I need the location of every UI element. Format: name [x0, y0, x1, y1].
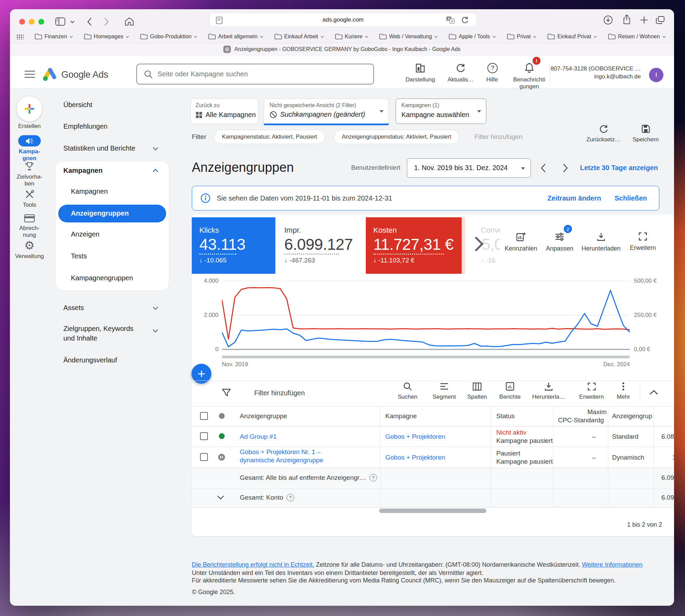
- help-icon[interactable]: ?: [287, 494, 294, 501]
- add-filter-link[interactable]: Filter hinzufügen: [474, 133, 522, 141]
- new-tab-icon[interactable]: [640, 16, 648, 24]
- create-button[interactable]: [17, 96, 42, 121]
- bookmark-folder-homepages[interactable]: Homepages: [84, 34, 129, 40]
- view-selector[interactable]: Nicht gespeicherte Ansicht (2 Filter) Su…: [264, 99, 389, 124]
- filter-chip-anzeigengruppenstatus[interactable]: Anzeigengruppenstatus: Aktiviert, Pausie…: [334, 130, 459, 144]
- search-box[interactable]: [136, 64, 374, 85]
- address-bar[interactable]: ads.google.com A: [209, 13, 477, 27]
- notifications-bell-icon[interactable]: [524, 62, 534, 73]
- column-header-anzeigengruppe[interactable]: Anzeigengruppe: [240, 412, 287, 420]
- avatar[interactable]: I: [649, 68, 663, 82]
- back-icon[interactable]: [87, 17, 92, 26]
- date-prev-icon[interactable]: [540, 163, 546, 173]
- collapse-chevron-icon[interactable]: [649, 390, 658, 395]
- zoom-window-button[interactable]: [38, 19, 44, 25]
- chevron-down-icon[interactable]: [152, 306, 159, 310]
- share-icon[interactable]: [623, 14, 631, 25]
- segment-button[interactable]: Segment: [427, 382, 461, 400]
- table-add-filter[interactable]: Filter hinzufügen: [254, 389, 305, 397]
- nav-sub-tests[interactable]: Tests: [71, 252, 87, 260]
- column-header-max-cpc[interactable]: Maxim: [553, 408, 607, 416]
- close-window-button[interactable]: [19, 19, 25, 25]
- sidebar-toggle-icon[interactable]: [55, 17, 65, 26]
- reader-icon[interactable]: [216, 16, 223, 24]
- reload-icon[interactable]: [461, 16, 469, 24]
- refresh-icon[interactable]: [456, 63, 465, 73]
- back-to-all-campaigns[interactable]: Zurück zu Alle Kampagnen: [190, 99, 258, 124]
- horizontal-scrollbar-thumb[interactable]: [379, 509, 486, 513]
- column-header-kampagne[interactable]: Kampagne: [385, 412, 417, 420]
- scorecard-impressionen[interactable]: Impr. 6.099.127 ↓ -467.263: [277, 217, 365, 274]
- appearance-button[interactable]: Darstellung: [400, 76, 441, 83]
- trophy-icon[interactable]: [24, 161, 35, 171]
- downloads-icon[interactable]: [603, 15, 613, 25]
- scorecard-klicks[interactable]: Klicks 43.113 ↓ -10.065: [192, 217, 275, 274]
- select-all-checkbox[interactable]: [200, 412, 208, 420]
- nav-uebersicht[interactable]: Übersicht: [63, 101, 92, 109]
- scorecard-scroll-next-icon[interactable]: [474, 236, 484, 252]
- bookmark-folder-web-verwaltung[interactable]: Web / Verwaltung: [379, 34, 438, 40]
- billing-card-icon[interactable]: [24, 214, 35, 223]
- bookmark-folder-einkauf-arbeit[interactable]: Einkauf Arbeit: [274, 34, 324, 40]
- bookmark-folder-apple-tools[interactable]: Apple / Tools: [449, 34, 496, 40]
- bookmark-grid-icon[interactable]: [16, 34, 24, 39]
- nav-sub-kampagnen[interactable]: Kampagnen: [71, 188, 108, 195]
- help-icon[interactable]: ?: [370, 474, 377, 482]
- herunterladen-button[interactable]: Herunterladen: [579, 232, 623, 252]
- main-menu-icon[interactable]: [24, 70, 35, 78]
- active-tab[interactable]: G Anzeigengruppen - GOBOSERVICE GERMANY …: [10, 43, 674, 55]
- tab-overview-icon[interactable]: [656, 16, 665, 24]
- filter-chip-kampagnenstatus[interactable]: Kampagnenstatus: Aktiviert, Pausiert: [214, 130, 325, 144]
- nav-zielgruppen[interactable]: Zielgruppen, Keywords: [63, 325, 134, 333]
- chart-x-scroll-strip[interactable]: [222, 356, 630, 358]
- more-info-link[interactable]: Weitere Informationen: [582, 561, 643, 568]
- nav-sub-anzeigen[interactable]: Anzeigen: [71, 230, 99, 238]
- minimize-window-button[interactable]: [29, 19, 35, 25]
- expand-summary-chevron-icon[interactable]: [217, 495, 224, 500]
- save-button[interactable]: Speichern: [627, 124, 664, 143]
- campaign-link[interactable]: Gobos + Projektoren: [385, 433, 445, 440]
- kennzahlen-button[interactable]: Kennzahlen: [499, 232, 543, 252]
- chevron-up-icon[interactable]: [152, 169, 159, 172]
- chevron-down-icon[interactable]: [152, 329, 159, 333]
- nav-statistiken[interactable]: Statistiken und Berichte: [63, 144, 135, 152]
- search-input[interactable]: [158, 70, 373, 78]
- help-icon[interactable]: ?: [487, 63, 498, 73]
- bookmark-folder-kuriere[interactable]: Kuriere: [335, 34, 369, 40]
- nav-aenderungsverlauf[interactable]: Änderungsverlauf: [63, 356, 117, 364]
- last-30-days-link[interactable]: Letzte 30 Tage anzeigen: [561, 164, 658, 172]
- more-button[interactable]: Mehr: [606, 382, 640, 400]
- gear-icon[interactable]: ⚙: [10, 239, 49, 252]
- row-checkbox[interactable]: [200, 432, 208, 440]
- bookmark-folder-einkauf-privat[interactable]: Einkauf Privat: [547, 34, 597, 40]
- bookmark-folder-gobo-produktion[interactable]: Gobo-Produktion: [140, 34, 197, 40]
- reset-button[interactable]: Zurücksetz…: [585, 124, 622, 143]
- date-range-picker[interactable]: 1. Nov. 2019 bis 31. Dez. 2024: [407, 158, 531, 178]
- bookmark-folder-finanzen[interactable]: Finanzen: [35, 34, 73, 40]
- reports-button[interactable]: Berichte: [493, 382, 527, 400]
- close-banner-link[interactable]: Schließen: [578, 194, 647, 202]
- columns-button[interactable]: Spalten: [460, 382, 494, 400]
- rail-item-kampagnen[interactable]: [18, 135, 41, 146]
- campaign-link[interactable]: Gobos + Projektoren: [385, 454, 445, 461]
- translate-icon[interactable]: A: [446, 16, 455, 24]
- nav-zielgruppen-2[interactable]: und Inhalte: [63, 334, 97, 342]
- column-header-typ[interactable]: Anzeigengrupp: [612, 412, 652, 420]
- campaign-selector[interactable]: Kampagnen (1) Kampagne auswählen: [396, 99, 486, 124]
- timeseries-chart[interactable]: [222, 278, 630, 352]
- home-icon[interactable]: [124, 17, 134, 26]
- reporting-link[interactable]: Die Berichterstellung erfolgt nicht in E…: [192, 561, 314, 568]
- row-checkbox[interactable]: [200, 453, 208, 461]
- table-search-button[interactable]: Suchen: [390, 382, 425, 400]
- tools-icon[interactable]: [24, 190, 35, 200]
- anpassen-button[interactable]: Anpassen: [537, 232, 582, 252]
- nav-assets[interactable]: Assets: [63, 304, 84, 312]
- column-header-status[interactable]: Status: [496, 412, 515, 420]
- table-expand-button[interactable]: Erweitern: [574, 382, 609, 400]
- sidebar-menu-chevron-icon[interactable]: [70, 21, 75, 24]
- appearance-icon[interactable]: [415, 63, 425, 73]
- nav-empfehlungen[interactable]: Empfehlungen: [63, 123, 108, 130]
- chevron-down-icon[interactable]: [152, 147, 159, 151]
- nav-panel-kampagnen[interactable]: Kampagnen: [63, 167, 102, 175]
- bookmark-folder-privat[interactable]: Privat: [507, 34, 537, 40]
